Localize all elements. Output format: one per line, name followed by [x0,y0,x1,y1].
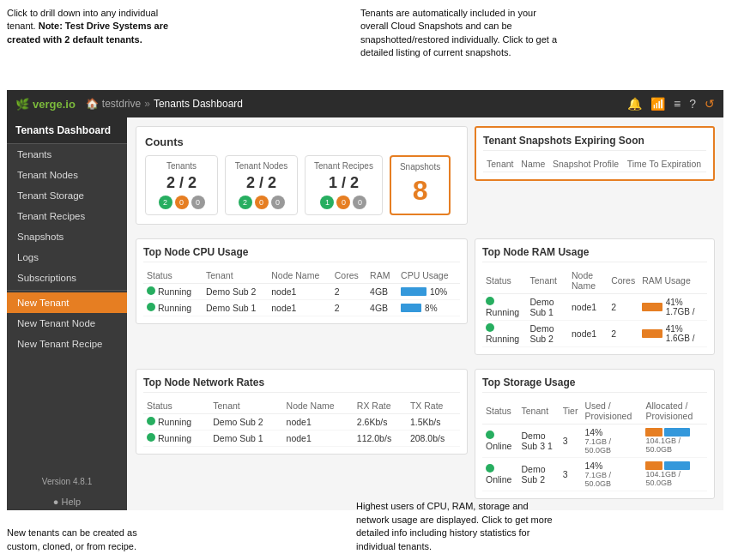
cpu-cores-2: 2 [331,300,366,316]
app-container: 🌿 verge.io 🏠 testdrive » Tenants Dashboa… [7,90,723,510]
topbar-icons: 🔔 📶 ≡ ? ↺ [627,97,715,111]
cpu-ram-2: 4GB [366,300,397,316]
annotation-bottomright: Highest users of CPU, RAM, storage and n… [356,500,562,553]
count-card-tenants[interactable]: Tenants 2 / 2 2 0 0 [145,155,218,215]
ram-col-cores: Cores [608,268,638,294]
signal-icon[interactable]: 📶 [650,97,665,111]
ram-col: Top Node RAM Usage Status Tenant Node Na… [475,238,715,362]
breadcrumb-home[interactable]: testdrive [102,98,141,110]
sidebar-item-new-tenant[interactable]: New Tenant [7,292,127,313]
sidebar-item-tenant-recipes[interactable]: Tenant Recipes [7,206,127,226]
count-label-tenant-recipes: Tenant Recipes [314,161,373,171]
ram-cores-2: 2 [608,321,638,347]
count-card-snapshots[interactable]: Snapshots 8 [390,155,451,215]
sidebar-item-logs[interactable]: Logs [7,247,127,268]
network-col: Top Node Network Rates Status Tenant Nod… [136,369,468,506]
net-rx-2: 112.0b/s [354,431,407,447]
table-row[interactable]: Running Demo Sub 1 node1 112.0b/s 208.0b… [143,431,460,447]
count-label-tenant-nodes: Tenant Nodes [234,161,288,171]
cpu-node-2: node1 [268,300,331,316]
badge-green-nodes: 2 [239,196,252,209]
storage-table: Status Tenant Tier Used / Provisioned Al… [482,398,707,491]
stor-col-tenant: Tenant [518,398,560,425]
stor-tenant-2: Demo Sub 2 [518,458,560,491]
table-row[interactable]: Running Demo Sub 2 node1 2.6Kb/s 1.5Kb/s [143,414,460,431]
snapshots-col-expiration: Time To Expiration [624,156,706,172]
cpu-col-status: Status [143,268,203,284]
sidebar-help[interactable]: ● Help [7,493,127,510]
ram-col-usage: RAM Usage [638,268,707,294]
ram-node-1: node1 [568,294,608,321]
net-col-rx: RX Rate [354,398,407,414]
logo[interactable]: 🌿 verge.io [15,98,76,111]
table-row[interactable]: Running Demo Sub 2 node1 2 4GB [143,284,460,300]
count-badges-tenant-recipes: 1 0 0 [314,196,373,209]
badge-gray-nodes: 0 [271,196,285,209]
cpu-col-node: Node Name [268,268,331,284]
count-label-snapshots: Snapshots [400,162,440,172]
ram-col-node: Node Name [568,268,608,294]
ram-status-1: Running [482,294,526,321]
table-row[interactable]: Running Demo Sub 1 node1 2 4GB [143,300,460,316]
snapshots-col-name: Name [517,156,549,172]
ram-col-status: Status [482,268,526,294]
net-tx-1: 1.5Kb/s [407,414,460,431]
sidebar-item-subscriptions[interactable]: Subscriptions [7,268,127,288]
help-icon[interactable]: ? [689,97,696,111]
refresh-icon[interactable]: ↺ [705,97,715,111]
sidebar-item-new-tenant-node[interactable]: New Tenant Node [7,313,127,334]
cpu-ram-1: 4GB [366,284,397,300]
stor-used-2: 14% 7.1GB / 50.0GB [581,458,642,491]
count-card-tenant-recipes[interactable]: Tenant Recipes 1 / 2 1 0 0 [305,155,383,215]
sidebar-version: Version 4.8.1 [7,470,127,493]
cpu-col-cores: Cores [331,268,366,284]
ram-node-2: node1 [568,321,608,347]
ram-bar-1 [642,303,662,311]
net-status-1: Running [143,414,209,431]
logo-icon: 🌿 [15,98,29,111]
net-status-2: Running [143,431,209,447]
storage-col: Top Storage Usage Status Tenant Tier Use… [475,369,715,506]
sidebar-item-tenants[interactable]: Tenants [7,144,127,165]
bell-icon[interactable]: 🔔 [627,97,642,111]
cpu-table: Status Tenant Node Name Cores RAM CPU Us… [143,268,460,316]
cpu-usage-1: 10% [397,284,460,300]
middle-row: Top Node CPU Usage Status Tenant Node Na… [136,238,715,362]
cpu-bar-2 [401,304,421,312]
cpu-status-2: Running [143,300,203,316]
table-row[interactable]: Online Demo Sub 3 1 3 14% 7.1GB / 50.0GB [482,425,707,458]
table-row[interactable]: Running Demo Sub 2 node1 2 41% 1.6GB / [482,321,707,347]
stor-col-tier: Tier [560,398,582,425]
sidebar-item-tenant-storage[interactable]: Tenant Storage [7,185,127,206]
stor-tenant-1: Demo Sub 3 1 [518,425,560,458]
sidebar-item-snapshots[interactable]: Snapshots [7,226,127,247]
stor-col-alloc: Allocated / Provisioned [642,398,707,425]
badge-orange-recipes: 0 [336,196,350,209]
sidebar-item-tenant-nodes[interactable]: Tenant Nodes [7,165,127,185]
stor-alloc-bar-2 [664,461,690,470]
stor-status-1: Online [482,425,518,458]
counts-col: Counts Tenants 2 / 2 2 0 0 [136,126,468,232]
counts-title: Counts [145,135,458,148]
sidebar-item-new-tenant-recipe[interactable]: New Tenant Recipe [7,334,127,354]
table-row[interactable]: Running Demo Sub 1 node1 2 41% 1.7GB / [482,294,707,321]
stor-col-status: Status [482,398,518,425]
network-table: Status Tenant Node Name RX Rate TX Rate [143,398,460,447]
badge-green-recipes: 1 [320,196,334,209]
annotation-topleft: Click to drill down into any individual … [7,7,170,46]
ram-panel-title: Top Node RAM Usage [482,246,707,262]
badge-orange-tenants: 0 [175,196,189,209]
count-badges-tenants: 2 0 0 [154,196,209,209]
count-value-tenant-recipes: 1 / 2 [314,174,373,192]
net-col-tx: TX Rate [407,398,460,414]
stor-used-1: 14% 7.1GB / 50.0GB [581,425,642,458]
cpu-usage-2: 8% [397,300,460,316]
net-node-2: node1 [283,431,354,447]
table-row[interactable]: Online Demo Sub 2 3 14% 7.1GB / 50.0GB [482,458,707,491]
count-card-tenant-nodes[interactable]: Tenant Nodes 2 / 2 2 0 0 [225,155,298,215]
top-row: Counts Tenants 2 / 2 2 0 0 [136,126,715,232]
snapshots-table: Tenant Name Snapshot Profile Time To Exp… [483,156,706,172]
badge-gray-tenants: 0 [191,196,205,209]
net-tenant-2: Demo Sub 1 [209,431,282,447]
menu-icon[interactable]: ≡ [674,97,681,111]
